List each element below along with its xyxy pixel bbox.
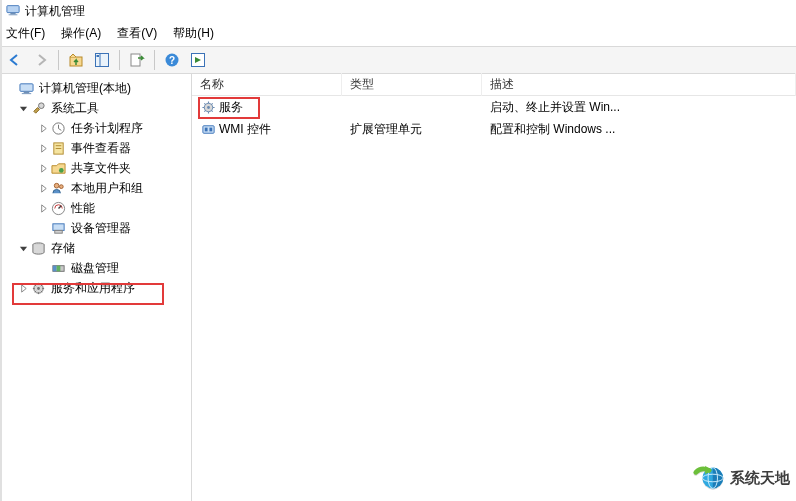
up-button[interactable]: [65, 49, 87, 71]
storage-icon: [30, 240, 46, 256]
list-pane: 名称 类型 描述 服务 启动、终止并设置 Win... WMI 控件 扩展管理单…: [192, 74, 796, 501]
toolbar-separator: [58, 50, 59, 70]
column-desc[interactable]: 描述: [482, 73, 796, 96]
svg-rect-28: [52, 265, 56, 271]
chevron-right-icon[interactable]: [36, 201, 50, 215]
chevron-down-icon[interactable]: [16, 241, 30, 255]
disk-icon: [50, 260, 66, 276]
titlebar: 计算机管理: [0, 0, 796, 22]
chevron-down-icon[interactable]: [16, 101, 30, 115]
computer-icon: [18, 80, 34, 96]
show-hide-tree-button[interactable]: [91, 49, 113, 71]
svg-rect-12: [23, 91, 29, 93]
row-services-name: 服务: [219, 99, 243, 116]
watermark-text: 系统天地: [730, 469, 790, 488]
svg-point-14: [38, 102, 44, 108]
svg-rect-34: [202, 125, 213, 133]
performance-icon: [50, 200, 66, 216]
event-icon: [50, 140, 66, 156]
svg-rect-24: [52, 223, 63, 230]
tree-services-apps[interactable]: 服务和应用程序: [2, 278, 189, 298]
column-type-label: 类型: [350, 77, 374, 91]
tree-shared-folders[interactable]: 共享文件夹: [2, 158, 189, 178]
svg-rect-29: [56, 265, 60, 271]
gear-icon: [200, 99, 216, 115]
chevron-right-icon[interactable]: [36, 161, 50, 175]
row-wmi-name: WMI 控件: [219, 121, 271, 138]
row-services-desc: 启动、终止并设置 Win...: [482, 97, 796, 118]
row-services-type: [342, 105, 482, 109]
svg-rect-11: [19, 83, 32, 91]
column-desc-label: 描述: [490, 77, 514, 91]
tree-device-manager-label: 设备管理器: [69, 219, 133, 238]
toolbar-separator: [119, 50, 120, 70]
tree-services-apps-label: 服务和应用程序: [49, 279, 137, 298]
menu-action[interactable]: 操作(A): [61, 25, 101, 42]
column-type[interactable]: 类型: [342, 73, 482, 96]
device-icon: [50, 220, 66, 236]
help-button[interactable]: ?: [161, 49, 183, 71]
svg-rect-2: [9, 14, 18, 15]
tree-root[interactable]: ▸ 计算机管理(本地): [2, 78, 189, 98]
svg-point-19: [58, 168, 63, 173]
tree-performance[interactable]: 性能: [2, 198, 189, 218]
tree-performance-label: 性能: [69, 199, 97, 218]
tree-pane: ▸ 计算机管理(本地) 系统工具 任务计划程序: [0, 74, 192, 501]
list-header: 名称 类型 描述: [192, 74, 796, 96]
list-row-services[interactable]: 服务 启动、终止并设置 Win...: [192, 96, 796, 118]
svg-text:?: ?: [169, 55, 175, 66]
tree-disk-management-label: 磁盘管理: [69, 259, 121, 278]
column-name-label: 名称: [200, 76, 224, 93]
tree-system-tools-label: 系统工具: [49, 99, 101, 118]
svg-rect-13: [21, 93, 30, 94]
tree-event-viewer-label: 事件查看器: [69, 139, 133, 158]
chevron-right-icon[interactable]: [36, 141, 50, 155]
tree-system-tools[interactable]: 系统工具: [2, 98, 189, 118]
svg-rect-1: [10, 12, 15, 14]
content-area: ▸ 计算机管理(本地) 系统工具 任务计划程序: [0, 74, 796, 501]
tree-local-users-label: 本地用户和组: [69, 179, 145, 198]
tree-storage-label: 存储: [49, 239, 77, 258]
back-button[interactable]: [4, 49, 26, 71]
action-button[interactable]: [187, 49, 209, 71]
tree-device-manager[interactable]: ▸ 设备管理器: [2, 218, 189, 238]
folder-share-icon: [50, 160, 66, 176]
tree-event-viewer[interactable]: 事件查看器: [2, 138, 189, 158]
window-title: 计算机管理: [25, 3, 85, 20]
tree-storage[interactable]: 存储: [2, 238, 189, 258]
menubar: 文件(F) 操作(A) 查看(V) 帮助(H): [0, 22, 796, 46]
row-wmi-desc: 配置和控制 Windows ...: [482, 119, 796, 140]
wmi-icon: [200, 121, 216, 137]
svg-point-31: [37, 287, 40, 290]
tree-shared-folders-label: 共享文件夹: [69, 159, 133, 178]
tree-local-users[interactable]: 本地用户和组: [2, 178, 189, 198]
watermark: 系统天地: [692, 461, 790, 495]
svg-rect-35: [204, 127, 207, 131]
toolbar-separator: [154, 50, 155, 70]
users-icon: [50, 180, 66, 196]
tree-task-scheduler-label: 任务计划程序: [69, 119, 145, 138]
menu-file[interactable]: 文件(F): [6, 25, 45, 42]
svg-rect-6: [97, 55, 100, 57]
globe-arrow-icon: [692, 461, 726, 495]
svg-rect-25: [54, 230, 62, 233]
chevron-right-icon[interactable]: [16, 281, 30, 295]
svg-point-33: [207, 106, 210, 109]
clock-icon: [50, 120, 66, 136]
svg-point-20: [54, 183, 59, 188]
tree-disk-management[interactable]: ▸ 磁盘管理: [2, 258, 189, 278]
menu-view[interactable]: 查看(V): [117, 25, 157, 42]
list-row-wmi[interactable]: WMI 控件 扩展管理单元 配置和控制 Windows ...: [192, 118, 796, 140]
tools-icon: [30, 100, 46, 116]
chevron-right-icon[interactable]: [36, 181, 50, 195]
tree-task-scheduler[interactable]: 任务计划程序: [2, 118, 189, 138]
svg-rect-7: [131, 54, 140, 66]
toolbar: ?: [0, 46, 796, 74]
menu-help[interactable]: 帮助(H): [173, 25, 214, 42]
svg-rect-36: [209, 127, 212, 131]
forward-button[interactable]: [30, 49, 52, 71]
chevron-right-icon[interactable]: [36, 121, 50, 135]
column-name[interactable]: 名称: [192, 73, 342, 96]
export-button[interactable]: [126, 49, 148, 71]
services-apps-icon: [30, 280, 46, 296]
